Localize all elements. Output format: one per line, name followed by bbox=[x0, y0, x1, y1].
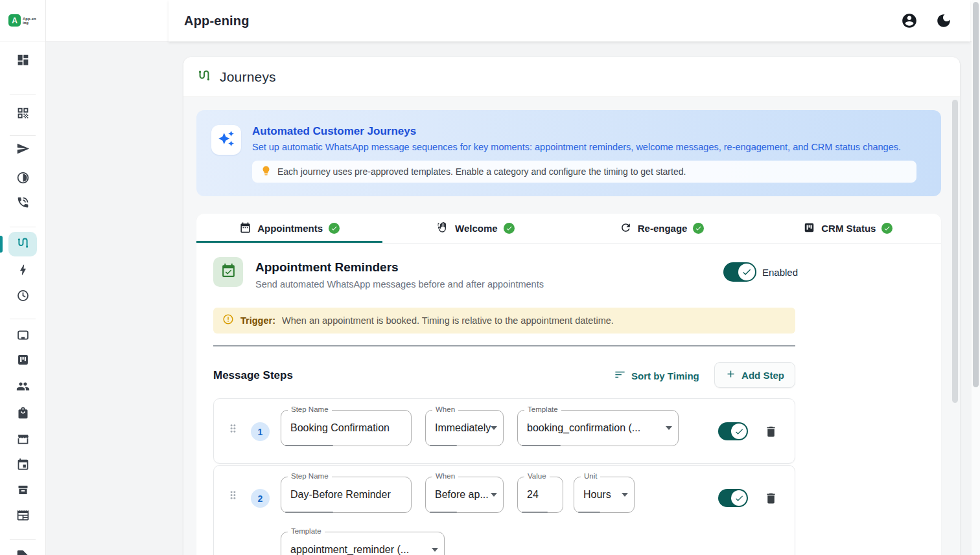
template-select[interactable]: Template appointment_reminder (... bbox=[281, 532, 445, 555]
toggle-knob bbox=[731, 424, 747, 439]
step-number-chip: 1 bbox=[251, 422, 270, 441]
check-badge-icon bbox=[881, 223, 892, 234]
tab-label: Welcome bbox=[455, 223, 498, 234]
logo-icon: A bbox=[8, 14, 21, 27]
card-scrollbar-thumb[interactable] bbox=[952, 100, 958, 403]
step-toggle[interactable] bbox=[718, 422, 748, 440]
when-select[interactable]: When Immediately bbox=[425, 410, 504, 446]
enabled-label: Enabled bbox=[762, 267, 798, 278]
step-name-field[interactable]: Step Name Day-Before Reminder bbox=[281, 477, 412, 513]
check-badge-icon bbox=[504, 223, 515, 234]
sidebar: A App-ening bbox=[0, 0, 46, 555]
step-card-1: 1 Step Name Booking Confirmation When Im… bbox=[213, 398, 795, 464]
drag-handle[interactable] bbox=[227, 489, 239, 504]
sidebar-item-history[interactable] bbox=[8, 285, 37, 308]
sidebar-divider bbox=[10, 227, 36, 227]
step-number-chip: 2 bbox=[251, 489, 270, 508]
sort-icon bbox=[614, 368, 626, 383]
section-subtitle: Send automated WhatsApp messages before … bbox=[255, 279, 544, 289]
sidebar-item-news[interactable] bbox=[8, 504, 37, 528]
value-field[interactable]: Value 24 bbox=[517, 477, 563, 513]
app-bar: App-ening bbox=[169, 0, 970, 41]
window-scrollbar[interactable] bbox=[972, 0, 980, 555]
sidebar-item-device[interactable] bbox=[8, 324, 37, 348]
when-select[interactable]: When Before ap... bbox=[425, 477, 504, 513]
people-icon bbox=[16, 379, 30, 396]
waving-hand-icon bbox=[437, 221, 449, 236]
sidebar-item-kanban[interactable] bbox=[8, 349, 37, 372]
field-underline bbox=[285, 512, 333, 513]
sidebar-item-calendar[interactable] bbox=[8, 454, 37, 477]
qr-code-icon bbox=[16, 106, 30, 122]
sidebar-divider bbox=[10, 539, 36, 540]
sidebar-item-store[interactable] bbox=[8, 428, 37, 451]
chevron-down-icon bbox=[666, 426, 672, 433]
add-step-button[interactable]: Add Step bbox=[714, 362, 795, 388]
sort-by-timing-button[interactable]: Sort by Timing bbox=[614, 368, 699, 383]
banner-icon-box bbox=[211, 125, 241, 155]
tab-appointments[interactable]: Appointments bbox=[196, 214, 382, 243]
divider bbox=[213, 345, 795, 346]
tab-welcome[interactable]: Welcome bbox=[382, 214, 568, 243]
active-tab-underline bbox=[196, 241, 382, 243]
send-icon bbox=[16, 142, 30, 158]
trigger-text: When an appointment is booked. Timing is… bbox=[282, 315, 614, 326]
calendar-icon bbox=[239, 221, 251, 236]
dark-mode-toggle[interactable] bbox=[935, 12, 952, 29]
sidebar-item-journeys[interactable] bbox=[8, 232, 37, 256]
kanban-icon bbox=[803, 221, 815, 236]
trigger-info-bar: Trigger: When an appointment is booked. … bbox=[213, 308, 795, 334]
tab-label: Appointments bbox=[257, 223, 323, 234]
lightbulb-icon bbox=[261, 165, 272, 179]
journeys-banner: Automated Customer Journeys Set up autom… bbox=[196, 110, 941, 196]
journey-tabs: Appointments Welcome Re-engage CRM Statu… bbox=[196, 214, 941, 244]
template-select[interactable]: Template booking_confirmation (... bbox=[517, 410, 679, 446]
section-title: Appointment Reminders bbox=[255, 260, 399, 275]
account-button[interactable] bbox=[901, 12, 918, 29]
journeys-route-icon bbox=[16, 236, 30, 253]
tab-crm-status[interactable]: CRM Status bbox=[755, 214, 941, 243]
sidebar-divider bbox=[10, 95, 36, 95]
step-name-field[interactable]: Step Name Booking Confirmation bbox=[281, 410, 412, 446]
drag-handle[interactable] bbox=[227, 422, 239, 437]
sidebar-item-tags[interactable] bbox=[8, 545, 37, 555]
step-card-2: 2 Step Name Day-Before Reminder When Bef… bbox=[213, 465, 795, 555]
enabled-toggle[interactable] bbox=[723, 262, 756, 282]
logo-text: App-ening bbox=[23, 17, 37, 25]
delete-step-button[interactable] bbox=[764, 492, 778, 505]
plus-icon bbox=[725, 368, 736, 382]
check-badge-icon bbox=[693, 223, 704, 234]
step-toggle[interactable] bbox=[718, 489, 748, 507]
check-badge-icon bbox=[329, 223, 340, 234]
template-value: appointment_reminder (... bbox=[290, 532, 428, 555]
device-icon bbox=[16, 328, 30, 345]
trash-icon bbox=[764, 429, 778, 440]
tab-re-engage[interactable]: Re-engage bbox=[569, 214, 755, 243]
archive-icon bbox=[16, 483, 30, 499]
phone-icon bbox=[16, 196, 30, 212]
delete-step-button[interactable] bbox=[764, 425, 778, 438]
banner-description: Set up automatic WhatsApp message sequen… bbox=[252, 142, 901, 152]
when-value: Immediately bbox=[435, 411, 498, 446]
card-scrollbar[interactable] bbox=[952, 100, 958, 403]
sidebar-item-contacts[interactable] bbox=[8, 376, 37, 399]
trash-icon bbox=[764, 496, 778, 507]
warning-info-icon bbox=[222, 313, 234, 328]
sidebar-item-automations[interactable] bbox=[8, 259, 37, 282]
sidebar-item-contrast[interactable] bbox=[8, 167, 37, 190]
window-scrollbar-thumb[interactable] bbox=[973, 2, 979, 387]
calendar-icon bbox=[16, 458, 30, 474]
sidebar-item-archive[interactable] bbox=[8, 479, 37, 503]
chevron-down-icon bbox=[491, 493, 497, 500]
sidebar-item-qr[interactable] bbox=[8, 102, 37, 126]
when-value: Before ap... bbox=[435, 477, 489, 512]
app-title: App-ening bbox=[184, 14, 250, 28]
journeys-card: Journeys Automated Customer Journeys Set… bbox=[183, 57, 960, 555]
sidebar-item-dashboard[interactable] bbox=[8, 49, 37, 73]
unit-select[interactable]: Unit Hours bbox=[574, 477, 635, 513]
sidebar-item-send[interactable] bbox=[8, 138, 37, 161]
account-icon bbox=[901, 20, 918, 31]
sidebar-item-calls[interactable] bbox=[8, 192, 37, 215]
sidebar-item-products[interactable] bbox=[8, 402, 37, 425]
toggle-knob bbox=[731, 490, 747, 506]
